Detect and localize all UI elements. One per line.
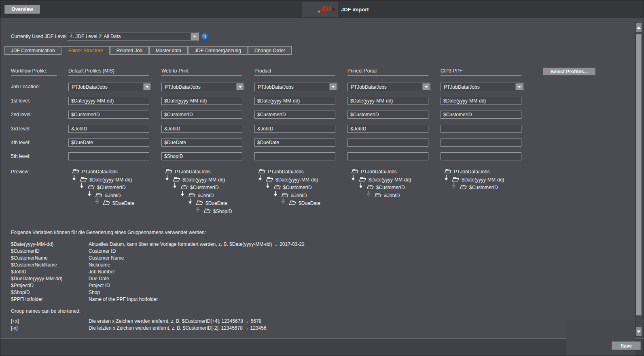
- tree-arrow-icon: [180, 191, 185, 198]
- tab-jdf-communication[interactable]: JDF Communication: [4, 46, 61, 55]
- level-4-input-product[interactable]: [254, 139, 335, 147]
- tree-arrow-icon: [273, 191, 278, 198]
- folder-icon: [359, 177, 366, 183]
- tree-label: PTJobData/Jobs: [454, 169, 490, 175]
- job-location-dropdown-default-profiles-mis[interactable]: PTJobData/Jobs: [68, 83, 151, 91]
- select-profiles-button[interactable]: Select Profiles...: [543, 68, 595, 75]
- tree-label: $DueDate: [299, 200, 320, 206]
- level-1-input-cip3-ppf[interactable]: [441, 97, 521, 105]
- overview-button[interactable]: Overview: [4, 5, 40, 14]
- level-4-input-prinect-portal[interactable]: [347, 139, 428, 147]
- variable-name: $ProjectID: [11, 282, 89, 289]
- profile-name-prinect-portal: Prinect Portal: [347, 68, 377, 74]
- bottom-bar: Save: [0, 339, 644, 356]
- chevron-down-icon[interactable]: [143, 83, 150, 90]
- jdf-level-dropdown[interactable]: 4. JDF Level 2: All Data: [67, 32, 199, 41]
- variable-name: $JobID: [11, 269, 89, 275]
- jdf-level-value: 4. JDF Level 2: All Data: [70, 34, 121, 39]
- variable-description: Project ID: [89, 283, 110, 288]
- scrollbar-up-icon[interactable]: [636, 23, 642, 32]
- level-5-input-web-to-print[interactable]: [161, 152, 242, 160]
- folder-icon: [289, 200, 296, 207]
- level-1-input-web-to-print[interactable]: [161, 97, 242, 105]
- shorten-help-heading: Group names can be shortened:: [11, 308, 80, 314]
- chevron-down-icon[interactable]: [422, 83, 430, 90]
- tab-master-data[interactable]: Master data: [149, 46, 188, 55]
- level-1-input-product[interactable]: [254, 97, 335, 105]
- variable-name: $CustomerName: [11, 255, 89, 262]
- level-4-input-default-profiles-mis[interactable]: [68, 139, 149, 147]
- tree-label: PTJobData/Jobs: [361, 169, 397, 175]
- scrollbar-down-icon[interactable]: [636, 327, 642, 336]
- level-1-input-prinect-portal[interactable]: [347, 97, 428, 105]
- info-icon[interactable]: i: [201, 33, 209, 41]
- variable-description: Job Number: [89, 269, 115, 275]
- level-3-input-cip3-ppf[interactable]: [441, 125, 521, 133]
- variable-description: Due Date: [89, 276, 109, 281]
- vertical-scrollbar[interactable]: [635, 22, 642, 337]
- chevron-down-icon[interactable]: [191, 33, 198, 40]
- variable-row-projectid: $ProjectIDProject ID: [11, 282, 305, 289]
- page-title: JDF import: [341, 0, 369, 18]
- level-2-input-prinect-portal[interactable]: [347, 111, 428, 119]
- shorten-description: Die ersten x Zeichen werden entfernt, z.…: [89, 318, 261, 324]
- level-2-input-product[interactable]: [254, 111, 335, 119]
- folder-icon: [273, 184, 281, 191]
- job-location-dropdown-prinect-portal[interactable]: PTJobData/Jobs: [347, 83, 430, 91]
- chevron-down-icon[interactable]: [329, 83, 337, 90]
- chevron-down-icon[interactable]: [236, 83, 244, 90]
- variable-description: Shop: [89, 290, 100, 295]
- level-2-label: 2nd level:: [11, 112, 32, 117]
- level-4-input-web-to-print[interactable]: [161, 139, 242, 147]
- level-3-input-web-to-print[interactable]: [161, 125, 242, 133]
- tree-arrow-icon: [72, 175, 76, 182]
- tree-label: $CustomerID: [469, 185, 498, 190]
- tree-label: $Date(yyyy-MM-dd): [369, 177, 411, 183]
- level-2-input-default-profiles-mis[interactable]: [68, 111, 149, 119]
- tab-folder-structure[interactable]: Folder Structure: [62, 46, 110, 55]
- level-5-input-default-profiles-mis[interactable]: [68, 152, 149, 160]
- tree-label: $CustomerID: [190, 185, 219, 190]
- folder-icon: [258, 168, 265, 175]
- level-3-input-default-profiles-mis[interactable]: [68, 125, 149, 133]
- folder-icon: [196, 200, 203, 207]
- workflow-profile-underline: [11, 75, 57, 76]
- corner-highlight: [566, 320, 635, 356]
- job-location-dropdown-cip3-ppf[interactable]: PTJobData/Jobs: [441, 83, 523, 91]
- level-1-input-default-profiles-mis[interactable]: [68, 97, 149, 105]
- tab-change-order[interactable]: Change Order: [248, 46, 292, 55]
- tree-label: $ShopID: [213, 209, 232, 214]
- level-5-input-product[interactable]: [254, 152, 335, 160]
- tree-label: &JobID: [198, 193, 214, 198]
- level-5-input-prinect-portal[interactable]: [347, 152, 428, 160]
- tree-arrow-icon: [165, 175, 169, 182]
- tab-jdf-datenerg-nzung[interactable]: JDF-Datenergänzung: [188, 46, 248, 55]
- variables-help-list: $Date(yyyy-MM-dd)Aktuelles Datum, kann ü…: [11, 241, 305, 303]
- scrollbar-thumb[interactable]: [636, 34, 642, 315]
- variable-row-customerid: $CustomerIDCustomer ID: [11, 248, 305, 255]
- level-5-label: 5th level:: [11, 153, 30, 159]
- job-location-dropdown-product[interactable]: PTJobData/Jobs: [254, 83, 337, 91]
- tree-label: PTJobData/Jobs: [268, 169, 304, 175]
- tree-label: $Date(yyyy-MM-dd): [462, 177, 504, 183]
- tree-label: PTJobData/Jobs: [175, 169, 211, 175]
- chevron-down-icon[interactable]: [515, 83, 523, 90]
- tree-arrow-icon: [366, 191, 371, 198]
- level-5-input-cip3-ppf[interactable]: [441, 152, 521, 160]
- tree-label: &JobID: [384, 193, 400, 198]
- profile-name-default-profiles-mis: Default Profiles (MIS): [68, 68, 114, 74]
- job-location-dropdown-web-to-print[interactable]: PTJobData/Jobs: [161, 83, 244, 91]
- level-3-input-prinect-portal[interactable]: [347, 125, 428, 133]
- folder-icon: [374, 192, 381, 199]
- level-2-input-cip3-ppf[interactable]: [441, 111, 521, 119]
- save-button[interactable]: Save: [612, 341, 641, 350]
- variables-help-heading: Folgende Variablen können für die Generi…: [11, 230, 206, 235]
- level-4-input-cip3-ppf[interactable]: [441, 139, 521, 147]
- folder-icon: [444, 168, 451, 175]
- tab-related-job[interactable]: Related Job: [110, 46, 149, 55]
- level-2-input-web-to-print[interactable]: [161, 111, 242, 119]
- folder-icon: [72, 168, 79, 175]
- variable-row-customername: $CustomerNameCustomer Name: [11, 255, 305, 262]
- jdf-logo-icon: JDF: [320, 6, 335, 13]
- level-3-input-product[interactable]: [254, 125, 335, 133]
